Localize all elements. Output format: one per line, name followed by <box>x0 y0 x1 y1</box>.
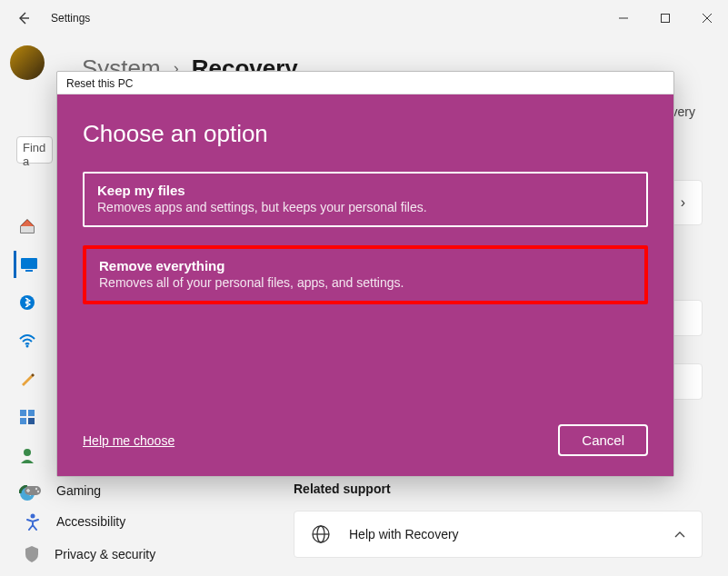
svg-rect-10 <box>20 410 26 416</box>
sidebar-item-label: Privacy & security <box>55 547 155 561</box>
titlebar: Settings <box>0 0 728 36</box>
window-title: Settings <box>51 12 90 25</box>
svg-point-18 <box>37 491 39 492</box>
accessibility-icon <box>24 512 42 531</box>
close-icon <box>703 14 712 23</box>
dialog-body: Choose an option Keep my files Removes a… <box>57 94 673 476</box>
option-remove-everything[interactable]: Remove everything Removes all of your pe… <box>83 245 648 304</box>
help-with-recovery[interactable]: Help with Recovery <box>294 511 703 558</box>
svg-point-9 <box>26 345 29 348</box>
system-icon[interactable] <box>14 251 41 278</box>
maximize-icon <box>661 14 670 23</box>
accounts-icon[interactable] <box>14 442 41 469</box>
svg-rect-11 <box>28 410 35 416</box>
chevron-right-icon: › <box>681 194 685 211</box>
svg-rect-12 <box>20 418 26 424</box>
related-support: Related support Help with Recovery <box>294 482 703 558</box>
option-desc: Removes all of your personal files, apps… <box>99 275 632 290</box>
option-title: Keep my files <box>97 183 633 198</box>
home-icon[interactable] <box>14 213 41 240</box>
cancel-button[interactable]: Cancel <box>558 424 648 456</box>
gaming-icon <box>24 483 42 498</box>
related-support-title: Related support <box>294 482 703 496</box>
dialog-title: Reset this PC <box>57 72 673 94</box>
svg-point-17 <box>35 488 37 490</box>
svg-rect-2 <box>662 15 670 23</box>
shield-icon <box>24 545 40 563</box>
help-me-choose-link[interactable]: Help me choose <box>83 433 175 448</box>
dialog-footer: Help me choose Cancel <box>83 424 648 456</box>
search-input[interactable]: Find a <box>16 136 53 164</box>
dialog-heading: Choose an option <box>83 120 648 148</box>
sidebar-item-label: Gaming <box>56 483 101 498</box>
svg-point-14 <box>24 449 31 456</box>
maximize-button[interactable] <box>644 4 686 33</box>
user-avatar[interactable] <box>10 45 45 80</box>
personalization-icon[interactable] <box>14 365 41 392</box>
sidebar-bottom: Gaming Accessibility Privacy & security <box>16 476 253 571</box>
close-button[interactable] <box>686 4 728 33</box>
svg-rect-6 <box>21 258 37 269</box>
apps-icon[interactable] <box>14 403 41 431</box>
option-keep-files[interactable]: Keep my files Removes apps and settings,… <box>83 172 648 227</box>
option-title: Remove everything <box>99 258 632 273</box>
bluetooth-icon[interactable] <box>14 289 41 316</box>
svg-rect-7 <box>25 270 33 272</box>
chevron-up-icon <box>674 527 685 541</box>
svg-point-19 <box>31 514 35 519</box>
network-icon[interactable] <box>14 327 41 354</box>
nav-icons <box>14 213 41 507</box>
arrow-left-icon <box>16 11 31 25</box>
help-label: Help with Recovery <box>349 527 459 541</box>
sidebar-item-gaming[interactable]: Gaming <box>24 476 253 505</box>
sidebar-item-privacy[interactable]: Privacy & security <box>24 538 253 571</box>
globe-icon <box>311 524 331 544</box>
svg-rect-13 <box>28 418 35 424</box>
reset-pc-dialog: Reset this PC Choose an option Keep my f… <box>56 71 674 477</box>
option-desc: Removes apps and settings, but keeps you… <box>97 200 633 214</box>
back-button[interactable] <box>9 4 38 33</box>
sidebar-item-label: Accessibility <box>56 514 125 529</box>
window-controls <box>603 4 728 33</box>
minimize-icon <box>619 14 628 23</box>
svg-rect-5 <box>21 226 34 233</box>
minimize-button[interactable] <box>603 4 644 33</box>
sidebar-item-accessibility[interactable]: Accessibility <box>24 505 253 538</box>
